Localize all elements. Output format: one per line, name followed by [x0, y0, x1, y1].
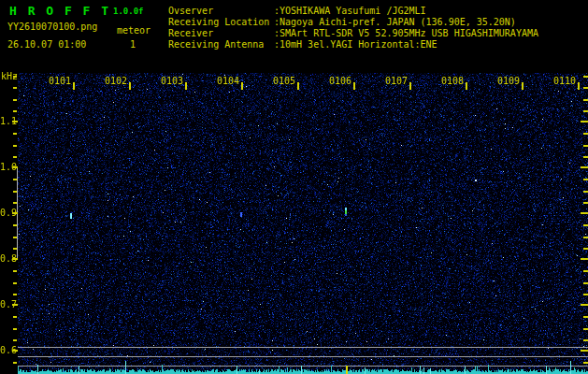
x-minute-tick — [578, 82, 580, 90]
y-minor-tick-left — [13, 110, 17, 112]
y-minor-tick-left — [13, 99, 17, 101]
y-minor-tick-right — [583, 179, 588, 180]
station-info-label: Receiver — [168, 28, 274, 39]
station-info-label: Receiving Location — [168, 17, 274, 28]
y-minor-tick-right — [583, 191, 588, 193]
y-major-tick-right — [581, 166, 588, 168]
y-major-tick-left — [12, 166, 18, 168]
x-tick-label: 0107 — [366, 77, 408, 86]
x-tick-label: 0101 — [30, 77, 71, 86]
x-minute-tick — [297, 82, 299, 90]
x-tick-label: 0110 — [535, 77, 576, 86]
y-minor-tick-right — [583, 282, 588, 284]
y-minor-tick-left — [13, 282, 17, 284]
y-minor-tick-left — [13, 248, 17, 250]
x-tick-label: 0109 — [479, 77, 520, 86]
y-minor-tick-left — [13, 179, 17, 180]
y-minor-tick-left — [13, 328, 17, 330]
y-major-tick-left — [12, 258, 18, 260]
x-minute-tick — [409, 82, 411, 90]
y-major-tick-right — [581, 304, 588, 306]
y-major-tick-right — [581, 350, 588, 352]
station-info-row: Receiving Antenna:10mH 3el.YAGI Horizont… — [168, 39, 538, 50]
y-major-tick-right — [581, 121, 588, 122]
y-minor-tick-right — [583, 99, 588, 101]
y-minor-tick-right — [583, 248, 588, 250]
app-version: 1.0.0f — [113, 7, 144, 16]
station-info-value: :YOSHIKAWA Yasufumi /JG2MLI — [274, 6, 426, 16]
y-tick-label: 1.1 — [0, 117, 12, 126]
mode-label: meteor — [117, 25, 151, 36]
x-tick-label: 0108 — [423, 77, 464, 86]
x-minute-tick — [185, 82, 187, 90]
output-filename: YY2610070100.png — [7, 22, 97, 32]
station-info-block: Ovserver:YOSHIKAWA Yasufumi /JG2MLIRecei… — [168, 6, 538, 50]
y-tick-label: 0.9 — [0, 209, 12, 218]
y-minor-tick-right — [583, 145, 588, 147]
y-tick-label: 0.7 — [0, 300, 12, 309]
y-minor-tick-left — [13, 191, 17, 193]
y-major-tick-right — [581, 258, 588, 260]
x-minute-tick — [353, 82, 355, 90]
y-minor-tick-right — [583, 328, 588, 330]
y-tick-label: 1.0 — [0, 163, 12, 172]
y-minor-tick-left — [13, 76, 17, 78]
x-tick-label: 0105 — [254, 77, 295, 86]
y-tick-label: 0.8 — [0, 254, 12, 264]
station-info-value: :10mH 3el.YAGI Horizontal:ENE — [274, 39, 437, 50]
y-minor-tick-left — [13, 133, 17, 135]
station-info-label: Ovserver — [168, 6, 274, 17]
y-major-tick-right — [581, 212, 588, 214]
y-minor-tick-left — [13, 156, 17, 158]
x-tick-label: 0106 — [310, 77, 351, 86]
station-info-value: :SMArt RTL-SDR V5 52.905MHz USB HIGASHIM… — [274, 28, 538, 38]
y-minor-tick-right — [583, 316, 588, 318]
y-minor-tick-right — [583, 224, 588, 226]
x-tick-label: 0104 — [198, 77, 239, 86]
y-minor-tick-right — [583, 202, 588, 204]
y-minor-tick-right — [583, 156, 588, 158]
y-minor-tick-left — [13, 224, 17, 226]
station-info-label: Receiving Antenna — [168, 39, 274, 50]
meteor-count: 1 — [130, 39, 136, 50]
y-minor-tick-left — [13, 237, 17, 238]
x-minute-tick — [522, 82, 523, 90]
y-minor-tick-left — [13, 202, 17, 204]
x-minute-tick — [466, 82, 467, 90]
observation-timestamp: 26.10.07 01:00 — [7, 39, 86, 50]
station-info-row: Receiver:SMArt RTL-SDR V5 52.905MHz USB … — [168, 28, 538, 39]
y-minor-tick-right — [583, 133, 588, 135]
x-minute-tick — [129, 82, 131, 90]
y-minor-tick-right — [583, 110, 588, 112]
y-minor-tick-right — [583, 87, 588, 89]
x-minute-tick — [241, 82, 243, 90]
station-info-row: Receiving Location:Nagoya Aichi-pref. JA… — [168, 17, 538, 28]
y-minor-tick-right — [583, 362, 588, 364]
y-major-tick-left — [12, 304, 18, 306]
spectrogram-canvas — [18, 73, 588, 374]
app-title: H R O F F T — [9, 4, 110, 18]
y-tick-label: 0.6 — [0, 346, 12, 355]
y-minor-tick-left — [13, 270, 17, 272]
x-tick-label: 0103 — [142, 77, 183, 86]
x-minute-tick — [73, 82, 75, 90]
y-minor-tick-left — [13, 294, 17, 295]
y-minor-tick-left — [13, 316, 17, 318]
station-info-value: :Nagoya Aichi-pref. JAPAN (136.90E, 35.2… — [274, 17, 516, 27]
y-minor-tick-left — [13, 145, 17, 147]
x-tick-label: 0102 — [86, 77, 127, 86]
y-minor-tick-left — [13, 87, 17, 89]
y-major-tick-left — [12, 121, 18, 122]
y-major-tick-left — [12, 350, 18, 352]
y-minor-tick-right — [583, 294, 588, 295]
y-minor-tick-left — [13, 362, 17, 364]
station-info-row: Ovserver:YOSHIKAWA Yasufumi /JG2MLI — [168, 6, 538, 17]
y-minor-tick-right — [583, 237, 588, 238]
hrofft-screen: H R O F F T 1.0.0f YY2610070100.png mete… — [0, 0, 588, 374]
y-minor-tick-right — [583, 339, 588, 341]
y-minor-tick-right — [583, 270, 588, 272]
y-minor-tick-right — [583, 76, 588, 78]
y-minor-tick-left — [13, 339, 17, 341]
y-major-tick-left — [12, 212, 18, 214]
